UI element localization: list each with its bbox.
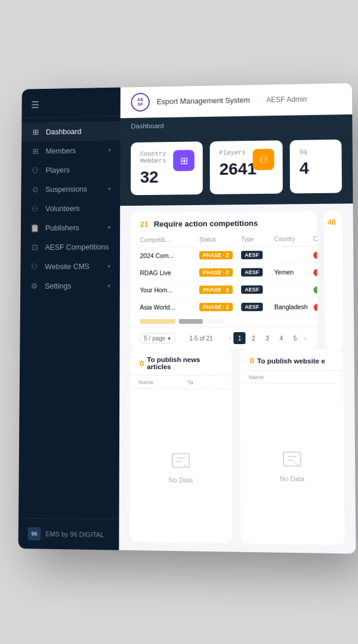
row-country: Bangladesh <box>274 303 314 310</box>
no-data-area: No Data <box>129 389 232 543</box>
stat-card-players: Players 2641 ⚇ <box>210 140 283 194</box>
sidebar: ☰ ⊞ Dashboard ⊞ Members ▾ ⚇ Players ⊙ <box>18 88 121 550</box>
stat-card-partial: Sq 4 <box>290 140 342 194</box>
chevron-icon: ▾ <box>107 283 110 289</box>
publish-news-count: 0 <box>140 359 144 368</box>
sidebar-item-label: Website CMS <box>45 262 90 271</box>
sidebar-item-website-cms[interactable]: ⚇ Website CMS ▾ <box>20 256 120 276</box>
require-action-title: Require action competitions <box>154 219 258 228</box>
publish-website-title: To publish website e <box>257 357 325 364</box>
row-status: PHASE · 2 <box>199 286 241 294</box>
publish-news-title: To publish news articles <box>147 356 222 370</box>
publish-website-count: 0 <box>250 356 254 365</box>
col-status: Status <box>199 236 241 243</box>
sidebar-item-members[interactable]: ⊞ Members ▾ <box>21 140 121 161</box>
sidebar-item-suspensions[interactable]: ⊙ Suspensions ▾ <box>21 179 120 199</box>
stats-row: Country Members 32 ⊞ Players 2641 ⚇ Sq 4 <box>120 131 353 206</box>
publish-news-header: 0 To publish news articles <box>130 349 232 376</box>
row-type: AESF <box>241 268 274 276</box>
publish-news-panel: 0 To publish news articles Name Ta No <box>129 349 232 543</box>
dashboard-icon: ⊞ <box>31 128 41 137</box>
next-page-button[interactable]: › <box>303 335 308 342</box>
status-red-icon <box>314 304 318 311</box>
no-data-label: No Data <box>280 475 304 482</box>
table-row: Your Hom... PHASE · 2 AESF <box>131 281 317 299</box>
partial-row <box>130 316 317 327</box>
sidebar-item-label: Dashboard <box>46 127 82 136</box>
col-name: Name <box>249 373 298 380</box>
require-action-count: 21 <box>140 219 149 228</box>
table-header: Competiti... Status Type Country Online <box>131 232 317 247</box>
table-row: RDAG Live PHASE · 2 AESF Yemen <box>131 264 317 282</box>
partial-count: 48 <box>328 218 336 227</box>
country-members-icon: ⊞ <box>173 150 195 171</box>
require-action-panel: 21 Require action competitions Competiti… <box>130 211 317 349</box>
sidebar-item-aesf-competitions[interactable]: ⊡ AESF Competitions <box>21 237 121 257</box>
sidebar-item-label: Members <box>46 147 76 155</box>
per-page-select[interactable]: 5 / page ▾ <box>140 333 175 343</box>
svg-rect-0 <box>172 454 189 467</box>
sidebar-header: ☰ <box>21 88 120 118</box>
prev-page-button[interactable]: ‹ <box>227 335 232 342</box>
row-country: Yemen <box>274 268 313 275</box>
page-2-button[interactable]: 2 <box>248 332 260 344</box>
volunteers-icon: ⚇ <box>30 205 40 213</box>
row-comp-name: RDAG Live <box>140 269 199 276</box>
topbar: AESF Esport Management System · AESF Adm… <box>121 83 353 118</box>
sidebar-item-publishers[interactable]: 📋 Publishers ▾ <box>21 218 120 238</box>
aesf-badge: AESF <box>241 268 263 277</box>
sidebar-item-label: AESF Competitions <box>45 243 109 252</box>
sidebar-item-volunteers[interactable]: ⚇ Volunteers <box>21 198 120 218</box>
page-3-button[interactable]: 3 <box>261 332 273 344</box>
sidebar-item-label: Publishers <box>45 224 79 232</box>
competitions-table: Competiti... Status Type Country Online … <box>130 232 317 349</box>
aesf-badge: AESF <box>241 251 263 259</box>
aesf-badge: AESF <box>241 303 263 311</box>
publish-news-table-header: Name Ta <box>130 376 232 389</box>
col-ta: Ta <box>187 379 223 385</box>
sidebar-footer: 96 EMS by 96 DIGITAL <box>18 518 119 550</box>
chevron-icon: ▾ <box>107 263 110 270</box>
page-1-button[interactable]: 1 <box>234 332 246 344</box>
no-data-area: No Data <box>240 384 345 545</box>
row-status: PHASE · 2 <box>199 268 241 277</box>
players-icon: ⚇ <box>30 166 40 175</box>
pagination-info: 1-5 of 21 <box>189 335 213 341</box>
page-5-button[interactable]: 5 <box>289 332 301 344</box>
stat-card-country-members: Country Members 32 ⊞ <box>131 141 203 195</box>
no-data-icon <box>168 447 193 473</box>
svg-rect-1 <box>283 452 301 466</box>
col-name: Name <box>138 379 187 385</box>
sidebar-item-label: Settings <box>45 281 71 290</box>
sidebar-item-players[interactable]: ⚇ Players <box>21 160 121 180</box>
row-comp-name: Your Hom... <box>140 286 199 293</box>
page-4-button[interactable]: 4 <box>275 332 287 344</box>
aesf-competitions-icon: ⊡ <box>30 243 39 252</box>
main-content: AESF Esport Management System · AESF Adm… <box>119 83 356 553</box>
sidebar-item-label: Volunteers <box>45 204 80 212</box>
hamburger-icon[interactable]: ☰ <box>31 100 39 110</box>
chevron-icon: ▾ <box>108 147 111 153</box>
sidebar-item-dashboard[interactable]: ⊞ Dashboard <box>21 121 121 142</box>
require-action-header: 21 Require action competitions <box>131 211 317 233</box>
status-red-icon <box>313 252 317 259</box>
per-page-label: 5 / page <box>144 335 165 342</box>
chevron-icon: ▾ <box>108 185 111 192</box>
players-stat-icon: ⚇ <box>252 148 274 170</box>
row-type: AESF <box>241 303 274 311</box>
row-online <box>313 285 317 293</box>
status-green-icon <box>313 286 317 293</box>
col-online: Online <box>313 236 317 242</box>
per-page-chevron: ▾ <box>168 335 171 342</box>
sidebar-item-label: Players <box>45 166 70 174</box>
lower-panels: 0 To publish news articles Name Ta No <box>119 349 356 554</box>
partial-right-panel: 48 <box>324 211 343 349</box>
col-type: Type <box>241 236 274 242</box>
sidebar-item-settings[interactable]: ⚙ Settings ▾ <box>20 276 120 296</box>
col-name: Competiti... <box>140 236 199 243</box>
table-row: Asia World... PHASE · 2 AESF Bangladesh <box>130 298 317 316</box>
pagination: ‹ 1 2 3 4 5 › <box>227 332 308 344</box>
app-title: Esport Management System <box>157 96 250 106</box>
app-subtitle: AESF Admin <box>266 95 307 104</box>
col-country: Country <box>274 236 313 242</box>
